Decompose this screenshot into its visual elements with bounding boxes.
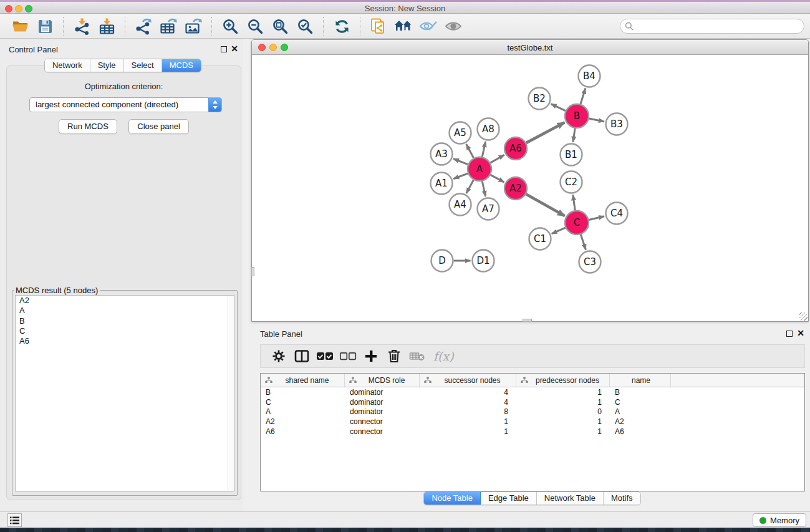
export-network-icon[interactable] <box>134 17 153 36</box>
column-header-successor-nodes[interactable]: successor nodes <box>420 374 516 387</box>
table-cell[interactable]: A2 <box>610 417 671 426</box>
table-cell[interactable]: A <box>610 407 671 416</box>
column-header-MCDS-role[interactable]: MCDS role <box>345 374 420 387</box>
table-cell[interactable]: dominator <box>345 388 420 397</box>
memory-button[interactable]: Memory <box>753 513 806 527</box>
select-all-checks-icon[interactable] <box>314 348 335 364</box>
tab-motifs[interactable]: Motifs <box>604 492 640 505</box>
table-cell[interactable]: A6 <box>261 427 345 436</box>
table-cell[interactable]: 1 <box>516 417 610 426</box>
mcds-result-item[interactable]: B <box>16 316 234 326</box>
tab-style[interactable]: Style <box>90 59 124 72</box>
network-window-titlebar[interactable]: testGlobe.txt <box>252 40 808 55</box>
toggle-columns-icon[interactable] <box>291 348 312 364</box>
task-history-button[interactable] <box>7 513 22 527</box>
table-cell[interactable]: 0 <box>516 407 610 416</box>
table-cell[interactable]: A2 <box>261 417 345 426</box>
search-box[interactable] <box>620 19 804 34</box>
table-cell[interactable]: C <box>610 398 671 407</box>
table-cell[interactable]: A6 <box>610 427 671 436</box>
table-body: Bdominator41BCdominator41CAdominator80AA… <box>261 387 804 436</box>
table-cell[interactable]: B <box>610 388 671 397</box>
table-cell[interactable]: connector <box>345 417 420 426</box>
function-builder-icon[interactable]: f(x) <box>433 349 454 363</box>
column-header-predecessor-nodes[interactable]: predecessor nodes <box>516 374 610 387</box>
criterion-dropdown[interactable]: largest connected component (directed) <box>29 97 222 112</box>
table-cell[interactable]: 4 <box>420 388 516 397</box>
zoom-selected-icon[interactable] <box>296 17 314 36</box>
delete-columns-icon[interactable] <box>383 348 405 364</box>
deselect-all-checks-icon[interactable] <box>337 348 359 364</box>
window-edge-grip[interactable] <box>251 267 254 276</box>
table-options-icon[interactable] <box>268 348 289 364</box>
window-resize-grip[interactable] <box>799 312 808 321</box>
float-panel-icon[interactable] <box>786 331 793 337</box>
show-annotations-icon[interactable] <box>444 17 463 36</box>
graph-node-label-C1: C1 <box>534 233 546 244</box>
refresh-layout-icon[interactable] <box>332 17 351 36</box>
table-cell[interactable]: connector <box>345 427 420 436</box>
network-graph[interactable]: B4B2BB3A8A5A6A3B1AC2A1A2A4A7C4CC1C3DD1 <box>252 55 808 321</box>
new-network-icon[interactable] <box>369 17 388 36</box>
import-network-icon[interactable] <box>72 17 91 36</box>
result-list-scrollbar[interactable] <box>228 296 234 491</box>
mcds-result-list[interactable]: A2ABCA6 <box>15 295 234 491</box>
column-namespace-icon <box>521 377 528 384</box>
column-header-shared-name[interactable]: shared name <box>261 374 345 387</box>
tab-select[interactable]: Select <box>124 59 162 72</box>
mcds-result-item[interactable]: A6 <box>16 336 234 346</box>
memory-status-icon <box>759 517 766 524</box>
table-row[interactable]: A2connector11A2 <box>261 417 804 427</box>
open-session-icon[interactable] <box>11 17 29 36</box>
close-panel-icon[interactable]: ✕ <box>231 44 238 54</box>
tab-edge-table[interactable]: Edge Table <box>481 492 537 505</box>
zoom-fit-icon[interactable] <box>271 17 289 36</box>
close-panel-button[interactable]: Close panel <box>128 119 189 134</box>
table-cell[interactable]: B <box>261 388 345 397</box>
table-cell[interactable]: dominator <box>345 407 420 416</box>
table-cell[interactable]: A <box>261 407 345 416</box>
graph-node-label-B3: B3 <box>610 118 623 130</box>
home-layout-icon[interactable] <box>394 17 413 36</box>
import-table-icon[interactable] <box>97 17 116 36</box>
mcds-result-item[interactable]: C <box>16 326 234 336</box>
mcds-result-item[interactable]: A <box>16 306 234 316</box>
table-cell[interactable]: 1 <box>516 398 610 407</box>
tab-mcds[interactable]: MCDS <box>162 59 201 72</box>
zoom-out-icon[interactable] <box>246 17 264 36</box>
table-cell[interactable]: 1 <box>516 388 610 397</box>
delete-table-icon[interactable] <box>407 348 428 364</box>
table-row[interactable]: A6connector11A6 <box>261 427 804 437</box>
run-mcds-button[interactable]: Run MCDS <box>59 119 117 134</box>
mcds-result-item[interactable]: A2 <box>16 296 234 306</box>
graph-node-label-B1: B1 <box>565 149 577 160</box>
table-cell[interactable]: 8 <box>420 407 516 416</box>
hide-annotations-icon[interactable] <box>419 17 438 36</box>
column-header-name[interactable]: name <box>610 374 671 387</box>
table-cell[interactable]: 1 <box>420 417 516 426</box>
zoom-in-icon[interactable] <box>221 17 239 36</box>
table-cell[interactable]: dominator <box>345 398 420 407</box>
table-cell[interactable]: 4 <box>420 398 516 407</box>
float-panel-icon[interactable] <box>221 46 227 52</box>
window-edge-grip[interactable] <box>523 319 532 322</box>
tab-node-table[interactable]: Node Table <box>424 492 481 505</box>
export-image-icon[interactable] <box>184 17 203 36</box>
table-cell[interactable]: 1 <box>420 427 516 436</box>
table-cell[interactable]: C <box>261 398 345 407</box>
tab-network[interactable]: Network <box>45 59 90 72</box>
graph-node-label-A2: A2 <box>509 183 522 194</box>
close-panel-icon[interactable]: ✕ <box>797 328 804 338</box>
table-row[interactable]: Cdominator41C <box>261 397 804 407</box>
column-namespace-icon <box>265 377 272 384</box>
control-panel: Control Panel ✕ NetworkStyleSelectMCDS O… <box>2 40 243 506</box>
tab-network-table[interactable]: Network Table <box>537 492 604 505</box>
export-table-icon[interactable] <box>159 17 178 36</box>
search-input[interactable] <box>634 22 804 31</box>
save-session-icon[interactable] <box>36 17 54 36</box>
table-row[interactable]: Bdominator41B <box>261 387 804 397</box>
table-cell[interactable]: 1 <box>516 427 610 436</box>
add-column-icon[interactable] <box>360 348 382 364</box>
network-canvas[interactable]: B4B2BB3A8A5A6A3B1AC2A1A2A4A7C4CC1C3DD1 <box>252 55 808 321</box>
table-row[interactable]: Adominator80A <box>261 407 804 417</box>
